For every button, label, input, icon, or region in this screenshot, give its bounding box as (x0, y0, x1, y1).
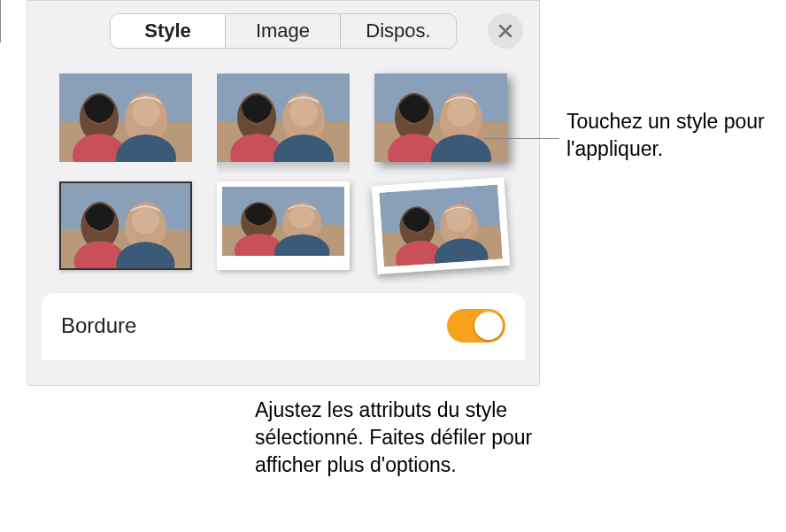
tab-bar: Style Image Dispos. (27, 1, 539, 58)
toggle-knob (474, 312, 503, 340)
style-thumb-drop-shadow[interactable] (374, 73, 507, 162)
tab-dispos[interactable]: Dispos. (341, 14, 456, 48)
callout-leader-2 (0, 0, 1, 42)
callout-apply-style: Touchez un style pour l'appliquer. (566, 108, 779, 163)
close-button[interactable] (488, 13, 523, 49)
photo-thumbnail (217, 73, 350, 162)
photo-thumbnail (222, 187, 344, 256)
callout-leader-1 (483, 138, 559, 139)
svg-point-31 (132, 207, 159, 235)
tab-image[interactable]: Image (226, 14, 341, 48)
photo-thumbnail (374, 73, 507, 162)
style-thumb-reflection[interactable] (217, 73, 350, 162)
photo-thumbnail (379, 184, 503, 266)
format-panel: Style Image Dispos. (27, 0, 540, 386)
style-thumbnails-grid (27, 58, 539, 293)
bordure-label: Bordure (61, 313, 136, 338)
svg-point-39 (289, 206, 314, 228)
style-thumb-plain[interactable] (59, 73, 192, 162)
style-thumb-polaroid[interactable] (217, 181, 350, 270)
style-thumb-border[interactable] (59, 181, 192, 270)
tab-style[interactable]: Style (111, 14, 226, 48)
segmented-control: Style Image Dispos. (110, 13, 457, 49)
bordure-row: Bordure (42, 293, 525, 361)
callout-adjust-attributes: Ajustez les attributs du style sélection… (255, 397, 547, 479)
close-icon (498, 24, 512, 38)
svg-point-23 (447, 98, 475, 127)
photo-thumbnail (59, 73, 192, 162)
style-thumb-matte-tilted[interactable] (372, 177, 511, 274)
svg-point-15 (289, 98, 318, 127)
photo-thumbnail (59, 181, 192, 270)
svg-point-7 (132, 98, 160, 127)
bordure-toggle[interactable] (447, 309, 505, 343)
